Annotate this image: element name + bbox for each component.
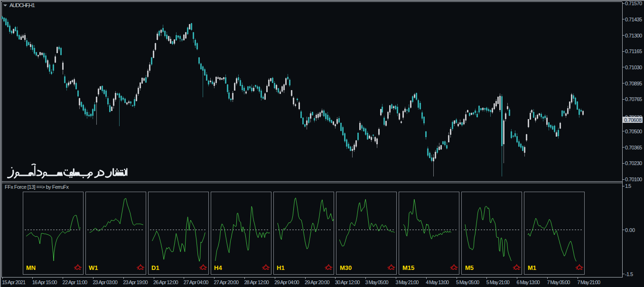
svg-text:4 May 13:00: 4 May 13:00 <box>426 279 449 285</box>
svg-text:23 Apr 19:00: 23 Apr 19:00 <box>123 279 148 285</box>
svg-text:D1: D1 <box>151 264 159 271</box>
svg-text:28 Apr 12:00: 28 Apr 12:00 <box>244 279 269 285</box>
svg-text:MN: MN <box>26 264 36 271</box>
svg-text:M30: M30 <box>340 264 352 271</box>
svg-text:3 May 21:00: 3 May 21:00 <box>395 279 419 285</box>
svg-text:30 Apr 12:00: 30 Apr 12:00 <box>335 279 360 285</box>
svg-text:15 Apr 2021: 15 Apr 2021 <box>2 279 26 285</box>
svg-text:16 Apr 15:00: 16 Apr 15:00 <box>32 279 57 285</box>
svg-text:0.71435: 0.71435 <box>625 17 642 22</box>
svg-text:M5: M5 <box>465 264 474 271</box>
svg-text:0.70608: 0.70608 <box>624 117 642 123</box>
svg-text:W1: W1 <box>89 264 98 271</box>
svg-text:6 May 13:00: 6 May 13:00 <box>517 279 540 285</box>
svg-text:FFx Force [13] ==> by FerruFx: FFx Force [13] ==> by FerruFx <box>5 184 69 190</box>
svg-text:0.70500: 0.70500 <box>625 129 642 134</box>
svg-text:5 May 05:00: 5 May 05:00 <box>456 279 479 285</box>
svg-text:M15: M15 <box>402 264 414 271</box>
svg-text:29 Apr 04:00: 29 Apr 04:00 <box>274 279 299 285</box>
svg-text:0.71030: 0.71030 <box>625 65 642 70</box>
svg-text:22 Apr 11:00: 22 Apr 11:00 <box>63 279 88 285</box>
svg-text:AUDCHF,H1: AUDCHF,H1 <box>9 2 35 8</box>
svg-text:0.70230: 0.70230 <box>625 160 642 166</box>
svg-text:0.71300: 0.71300 <box>625 33 642 38</box>
svg-text:-1.5: -1.5 <box>625 271 633 277</box>
svg-text:0.70365: 0.70365 <box>625 145 642 150</box>
svg-text:27 Apr 04:00: 27 Apr 04:00 <box>184 279 209 285</box>
svg-text:0.70765: 0.70765 <box>625 96 642 102</box>
svg-text:0.00: 0.00 <box>625 227 635 233</box>
svg-text:0.70895: 0.70895 <box>625 81 642 86</box>
svg-text:7 May 21:00: 7 May 21:00 <box>577 279 600 285</box>
svg-text:M1: M1 <box>528 264 536 271</box>
svg-text:H1: H1 <box>277 264 285 271</box>
svg-text:23 Apr 03:00: 23 Apr 03:00 <box>93 279 118 285</box>
svg-text:1.5: 1.5 <box>625 183 631 189</box>
svg-text:26 Apr 12:00: 26 Apr 12:00 <box>153 279 178 285</box>
svg-text:27 Apr 20:00: 27 Apr 20:00 <box>214 279 239 285</box>
svg-text:7 May 05:00: 7 May 05:00 <box>547 279 570 285</box>
svg-text:5 May 21:00: 5 May 21:00 <box>486 279 510 285</box>
svg-text:H4: H4 <box>214 264 222 271</box>
svg-text:0.71165: 0.71165 <box>625 48 642 54</box>
svg-text:29 Apr 20:00: 29 Apr 20:00 <box>305 279 330 285</box>
svg-text:0.70100: 0.70100 <box>625 176 642 182</box>
svg-text:3 May 05:00: 3 May 05:00 <box>365 279 389 285</box>
svg-text:0.71570: 0.71570 <box>625 0 642 6</box>
